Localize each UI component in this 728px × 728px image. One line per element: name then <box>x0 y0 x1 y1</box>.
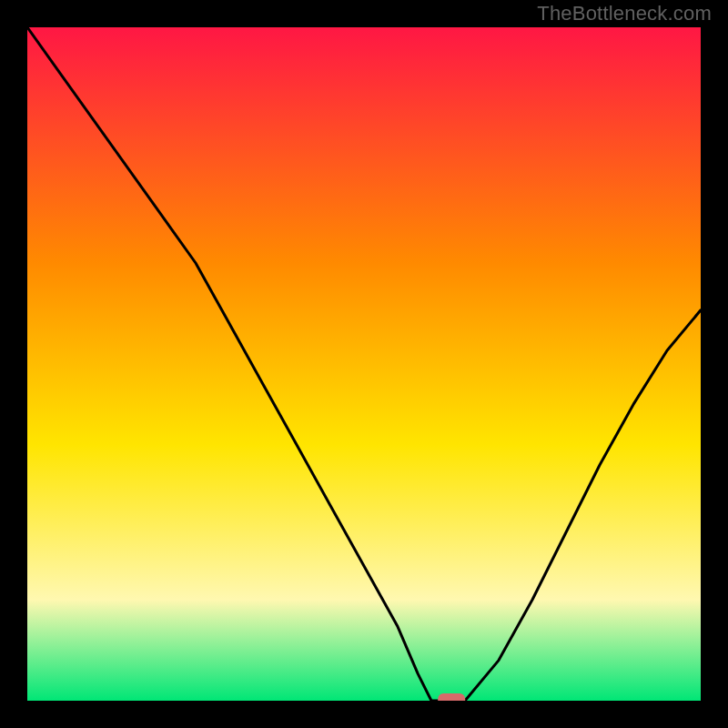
watermark-label: TheBottleneck.com <box>537 2 712 25</box>
bottleneck-chart <box>0 0 728 728</box>
plot-background <box>27 27 701 701</box>
chart-container: TheBottleneck.com <box>0 0 728 728</box>
